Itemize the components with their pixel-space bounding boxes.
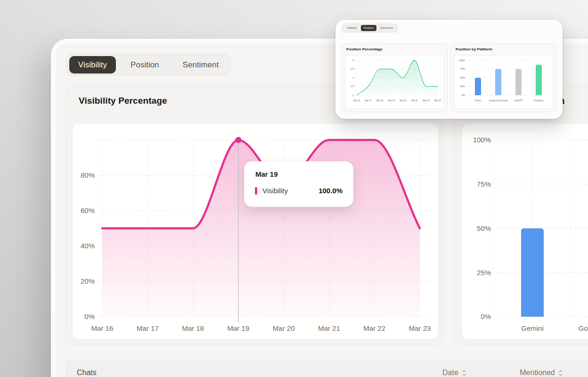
- x-tick-label: Mar 23: [409, 324, 431, 332]
- platform-bar-chart-panel: 0%25%50%75%100%GeminiGoogle AI Overview: [461, 123, 588, 340]
- x-tick-label: Mar 22: [423, 99, 430, 102]
- y-tick-label: 20%: [81, 277, 95, 285]
- y-tick-label: 0%: [462, 94, 466, 97]
- visibility-percentage-card: Visibility Percentage 0%20%40%60%80%Mar …: [66, 85, 444, 345]
- column-header-date[interactable]: Date: [442, 369, 466, 377]
- position-line-chart-panel: 22.533.54Mar 16Mar 17Mar 18Mar 19Mar 20M…: [345, 55, 444, 109]
- visibility-platform-bar-chart[interactable]: 0%25%50%75%100%GeminiGoogle AI Overview: [462, 123, 588, 340]
- page-background: VisibilityPositionSentiment Visibility P…: [0, 0, 588, 377]
- tooltip-series-label: Visibility: [262, 187, 288, 195]
- x-tick-label: Mar 20: [273, 324, 295, 332]
- x-tick-label: Mar 16: [353, 99, 360, 102]
- sort-icon[interactable]: [462, 369, 466, 377]
- x-tick-label: Google AI Overview: [579, 324, 588, 332]
- x-tick-label: Mar 22: [363, 324, 385, 332]
- sort-icon[interactable]: [558, 369, 563, 377]
- x-tick-label: Gemini: [474, 99, 481, 102]
- y-tick-label: 75%: [460, 67, 466, 70]
- y-tick-label: 4: [352, 59, 354, 62]
- y-tick-label: 3: [352, 76, 354, 79]
- y-tick-label: 100%: [459, 59, 465, 62]
- active-point-dot: [235, 137, 241, 143]
- y-tick-label: 0%: [84, 312, 95, 320]
- y-tick-label: 25%: [477, 269, 491, 277]
- visibility-line-chart-panel: 0%20%40%60%80%Mar 16Mar 17Mar 18Mar 19Ma…: [72, 123, 439, 340]
- position-line-chart[interactable]: 22.533.54Mar 16Mar 17Mar 18Mar 19Mar 20M…: [345, 56, 443, 108]
- main-tab-sentiment[interactable]: Sentiment: [174, 56, 228, 74]
- y-tick-label: 0%: [481, 312, 491, 320]
- x-tick-label: Mar 19: [228, 324, 250, 332]
- x-tick-label: Mar 17: [365, 99, 372, 102]
- x-tick-label: Mar 18: [182, 324, 204, 332]
- position-by-platform-card: Position by Platform 0%25%50%75%100%Gemi…: [450, 43, 557, 112]
- x-tick-label: Google AI Overview: [489, 99, 508, 102]
- chats-table-title: Chats: [77, 369, 97, 377]
- mini-tab-position[interactable]: Position: [361, 25, 376, 31]
- x-tick-label: Mar 21: [411, 99, 418, 102]
- bar-gemini[interactable]: [475, 78, 481, 95]
- bar-google-ai-overview[interactable]: [495, 69, 501, 96]
- y-tick-label: 40%: [81, 242, 95, 250]
- x-tick-label: Mar 23: [434, 99, 441, 102]
- main-tab-position[interactable]: Position: [122, 56, 168, 74]
- mini-tabbar: VisibilityPositionSentiment: [342, 24, 398, 33]
- x-tick-label: Mar 19: [388, 99, 395, 102]
- position-percentage-card: Position Percentage 22.533.54Mar 16Mar 1…: [341, 43, 448, 112]
- chats-table-card: Chats Date Mentioned: [66, 360, 588, 377]
- position-bar-chart-panel: 0%25%50%75%100%GeminiGoogle AI OverviewC…: [454, 55, 553, 109]
- visibility-percentage-title: Visibility Percentage: [79, 96, 167, 106]
- y-tick-label: 3.5: [351, 67, 354, 70]
- date-column-label: Date: [442, 369, 458, 377]
- x-tick-label: Mar 20: [400, 99, 407, 102]
- column-header-mentioned[interactable]: Mentioned: [520, 369, 563, 377]
- main-tab-visibility[interactable]: Visibility: [69, 56, 116, 74]
- y-tick-label: 25%: [460, 85, 466, 88]
- x-tick-label: Mar 21: [318, 324, 340, 332]
- x-tick-label: Mar 18: [376, 99, 384, 102]
- bar-gemini[interactable]: [521, 229, 544, 317]
- series-swatch-icon: [255, 187, 257, 195]
- tooltip-value: 100.0%: [318, 187, 343, 195]
- position-platform-bar-chart[interactable]: 0%25%50%75%100%GeminiGoogle AI OverviewC…: [455, 56, 553, 108]
- bar-chatgpt[interactable]: [515, 69, 522, 96]
- x-tick-label: ChatGPT: [514, 99, 523, 102]
- y-tick-label: 100%: [473, 136, 491, 144]
- y-tick-label: 60%: [81, 206, 95, 214]
- position-by-platform-title: Position by Platform: [456, 47, 492, 51]
- main-tabbar: VisibilityPositionSentiment: [66, 54, 231, 75]
- x-tick-label: Mar 16: [91, 324, 114, 332]
- mini-tab-visibility[interactable]: Visibility: [344, 25, 360, 31]
- y-tick-label: 2: [352, 94, 354, 97]
- visibility-by-platform-card: Visibility by Platform 0%25%50%75%100%Ge…: [453, 85, 588, 345]
- y-tick-label: 80%: [81, 171, 95, 179]
- x-tick-label: Mar 17: [137, 324, 159, 332]
- y-tick-label: 75%: [477, 180, 491, 188]
- y-tick-label: 50%: [477, 224, 491, 232]
- y-tick-label: 2.5: [351, 85, 354, 88]
- tooltip-date: Mar 19: [255, 170, 278, 178]
- mentioned-column-label: Mentioned: [520, 369, 555, 377]
- bar-perplexity[interactable]: [536, 65, 542, 95]
- x-tick-label: Perplexity: [534, 99, 544, 102]
- mini-tab-sentiment[interactable]: Sentiment: [377, 25, 396, 31]
- mini-dashboard-card: VisibilityPositionSentiment Position Per…: [335, 20, 563, 119]
- position-percentage-title: Position Percentage: [346, 47, 383, 51]
- x-tick-label: Gemini: [521, 324, 544, 332]
- visibility-line-chart[interactable]: 0%20%40%60%80%Mar 16Mar 17Mar 18Mar 19Ma…: [73, 123, 439, 340]
- y-tick-label: 50%: [460, 76, 466, 79]
- chart-tooltip: Mar 19 Visibility 100.0%: [244, 161, 353, 207]
- tooltip-row: Visibility 100.0%: [245, 187, 353, 195]
